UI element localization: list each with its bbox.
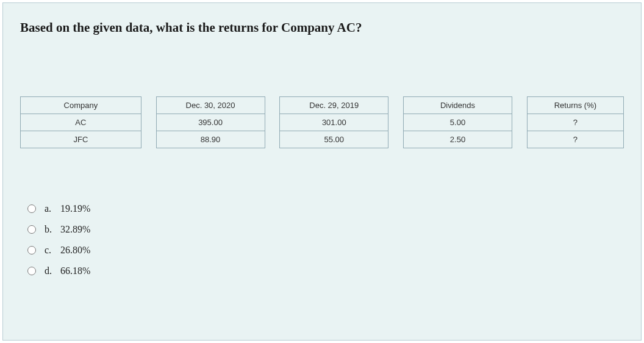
gap [512,97,528,114]
option-letter: b. [45,224,60,235]
header-dividends: Dividends [403,97,512,114]
cell-returns: ? [527,131,623,148]
header-date-2020: Dec. 30, 2020 [156,97,265,114]
gap [141,131,156,148]
cell-div: 5.00 [403,114,512,131]
cell-2020: 88.90 [156,131,265,148]
option-text: 26.80% [60,245,90,256]
question-card: Based on the given data, what is the ret… [2,2,642,341]
option-text: 19.19% [60,203,90,214]
radio-b[interactable] [27,225,36,234]
gap [265,131,280,148]
cell-company: JFC [21,131,141,148]
question-text: Based on the given data, what is the ret… [20,20,624,35]
cell-company: AC [21,114,141,131]
gap [512,114,528,131]
option-letter: d. [45,265,60,276]
header-date-2019: Dec. 29, 2019 [280,97,388,114]
table-header-row: Company Dec. 30, 2020 Dec. 29, 2019 Divi… [21,97,624,114]
radio-a[interactable] [27,204,36,213]
header-returns: Returns (%) [527,97,623,114]
data-table: Company Dec. 30, 2020 Dec. 29, 2019 Divi… [20,96,624,148]
option-a[interactable]: a. 19.19% [27,203,624,214]
cell-2020: 395.00 [156,114,265,131]
option-text: 66.18% [60,265,90,276]
gap [265,97,280,114]
table-row: JFC 88.90 55.00 2.50 ? [21,131,624,148]
option-letter: a. [45,203,60,214]
gap [141,114,156,131]
option-text: 32.89% [60,224,90,235]
gap [512,131,528,148]
cell-div: 2.50 [403,131,512,148]
gap [388,97,404,114]
table-row: AC 395.00 301.00 5.00 ? [21,114,624,131]
option-letter: c. [45,245,60,256]
header-company: Company [21,97,141,114]
option-b[interactable]: b. 32.89% [27,224,624,235]
option-d[interactable]: d. 66.18% [27,265,624,276]
cell-2019: 55.00 [280,131,388,148]
cell-returns: ? [527,114,623,131]
radio-d[interactable] [27,267,36,275]
gap [265,114,280,131]
radio-c[interactable] [27,246,36,255]
gap [388,114,404,131]
option-c[interactable]: c. 26.80% [27,245,624,256]
gap [388,131,404,148]
gap [141,97,156,114]
cell-2019: 301.00 [280,114,388,131]
options-group: a. 19.19% b. 32.89% c. 26.80% d. 66.18% [20,203,624,276]
